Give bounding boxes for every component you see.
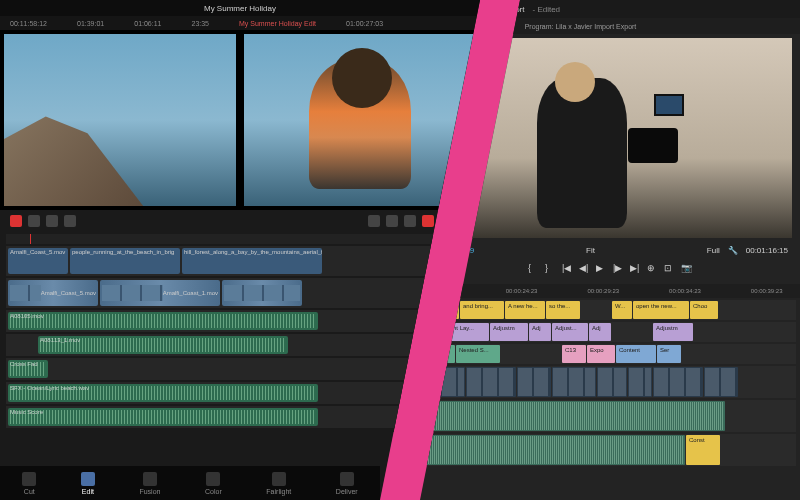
program-viewer[interactable] [244, 34, 476, 206]
video-clip[interactable]: people_running_at_the_beach_in_brig [70, 248, 180, 274]
video-clip[interactable] [653, 367, 703, 397]
page-tabs: Cut Edit Fusion Color Fairlight Deliver [0, 466, 380, 500]
audio-track-1: A08105.mov [6, 310, 474, 332]
link-icon[interactable] [28, 215, 40, 227]
audio-clip[interactable]: Const [686, 435, 720, 465]
audio-track-2: Const [424, 434, 796, 466]
audio-clip[interactable]: Music Score [8, 408, 318, 426]
snap-icon[interactable] [64, 215, 76, 227]
video-clip[interactable]: Amalfi_Coast_1.mov [100, 280, 220, 306]
video-clip[interactable] [466, 367, 516, 397]
caption-clip[interactable]: Choo [690, 301, 718, 319]
audio-clip[interactable]: SFX - Ocean/Lyric beach.wav [8, 384, 318, 402]
adjustment-clip[interactable]: Adj [589, 323, 611, 341]
step-fwd-icon[interactable]: |▶ [613, 263, 624, 274]
graphics-clip[interactable]: Content [616, 345, 656, 363]
video-clip[interactable]: hill_forest_along_a_bay_by_the_mountains… [182, 248, 322, 274]
record-timecode: 01:06:11 [134, 20, 161, 27]
fit-dropdown[interactable]: Fit [586, 246, 595, 255]
stop-icon[interactable] [404, 215, 416, 227]
video-track-1 [424, 366, 796, 398]
audio-clip[interactable]: A08113_1.mov [38, 336, 288, 354]
source-duration: 01:39:01 [77, 20, 104, 27]
video-clip[interactable]: Amalfi_Coast_5.mov [8, 280, 98, 306]
step-back-icon[interactable]: ◀| [579, 263, 590, 274]
scale-dropdown[interactable]: Full [707, 246, 720, 255]
audio-clip[interactable] [425, 401, 725, 431]
timecode-bar: 00:00:33:09 Fit Full 🔧 00:01:16:15 [420, 242, 800, 258]
play-icon[interactable]: ▶ [596, 263, 607, 274]
page-fairlight[interactable]: Fairlight [266, 472, 291, 495]
caption-track: s on ... and bring... A new he... so the… [424, 300, 796, 320]
graphics-clip[interactable]: Ser [657, 345, 681, 363]
camera-prop [628, 128, 678, 163]
edit-icon [81, 472, 95, 486]
export-frame-icon[interactable]: 📷 [681, 263, 692, 274]
viewer-info-bar: 00:11:58:12 01:39:01 01:06:11 23:35 My S… [0, 16, 480, 30]
mark-out-icon[interactable]: } [545, 263, 556, 274]
mark-in-icon[interactable]: { [528, 263, 539, 274]
caption-clip[interactable]: and bring... [460, 301, 504, 319]
go-to-out-icon[interactable]: ▶| [630, 263, 641, 274]
page-deliver[interactable]: Deliver [336, 472, 358, 495]
source-timecode: 00:11:58:12 [10, 20, 47, 27]
page-edit[interactable]: Edit [81, 472, 95, 495]
video-clip[interactable] [222, 280, 302, 306]
color-icon [206, 472, 220, 486]
program-timecode: 01:00:27:03 [346, 20, 383, 27]
edit-toolbar [0, 210, 480, 232]
page-color[interactable]: Color [205, 472, 222, 495]
video-clip[interactable] [597, 367, 627, 397]
video-track-2: Amalfi_Coast_5.mov people_running_at_the… [6, 246, 474, 276]
video-clip[interactable] [517, 367, 551, 397]
page-cut[interactable]: Cut [22, 472, 36, 495]
dual-viewer [0, 30, 480, 210]
audio-track-3: Cross Fad [6, 358, 474, 380]
graphics-clip[interactable]: Nested S... [456, 345, 500, 363]
insert-icon[interactable]: ⊕ [647, 263, 658, 274]
window-title: My Summer Holiday [0, 0, 480, 16]
page-fusion[interactable]: Fusion [139, 472, 160, 495]
timeline[interactable]: s on ... and bring... A new he... so the… [420, 298, 800, 470]
fusion-icon [143, 472, 157, 486]
time-ruler[interactable] [6, 234, 474, 244]
audio-clip[interactable]: A08105.mov [8, 312, 318, 330]
video-clip[interactable] [704, 367, 738, 397]
caption-clip[interactable]: so the... [546, 301, 580, 319]
lock-icon[interactable] [46, 215, 58, 227]
adjustment-track: Adjustment Lay... Adjustm Adj Adjust... … [424, 322, 796, 342]
playhead-icon[interactable] [10, 215, 22, 227]
fairlight-icon [272, 472, 286, 486]
transport-controls: { } |◀ ◀| ▶ |▶ ▶| ⊕ ⊡ 📷 [420, 258, 800, 278]
play-reverse-icon[interactable] [386, 215, 398, 227]
overwrite-icon[interactable]: ⊡ [664, 263, 675, 274]
time-ruler[interactable]: 00:00:19:2300:00:24:2300:00:29:2300:00:3… [420, 284, 800, 298]
caption-clip[interactable]: open the new... [633, 301, 689, 319]
caption-clip[interactable]: A new he... [505, 301, 545, 319]
go-to-in-icon[interactable]: |◀ [562, 263, 573, 274]
wrench-icon[interactable]: 🔧 [728, 246, 738, 255]
graphics-track: Edit Nested S... C13 Expo Content Ser [424, 344, 796, 364]
video-track-1: Amalfi_Coast_5.mov Amalfi_Coast_1.mov [6, 278, 474, 308]
graphics-clip[interactable]: Expo [587, 345, 615, 363]
source-viewer[interactable] [4, 34, 236, 206]
graphics-clip[interactable]: C13 [562, 345, 586, 363]
video-clip[interactable] [628, 367, 652, 397]
video-clip[interactable] [552, 367, 596, 397]
prev-edit-icon[interactable] [368, 215, 380, 227]
monitor-prop [654, 94, 684, 116]
duration-timecode: 00:01:16:15 [746, 246, 788, 255]
audio-clip[interactable] [425, 435, 685, 465]
project-label: My Summer Holiday Edit [239, 20, 316, 27]
cut-icon [22, 472, 36, 486]
audio-track-1 [424, 400, 796, 432]
adjustment-clip[interactable]: Adjust... [552, 323, 588, 341]
adjustment-clip[interactable]: Adjustm [490, 323, 528, 341]
adjustment-clip[interactable]: Adj [529, 323, 551, 341]
adjustment-clip[interactable]: Adjustm [653, 323, 693, 341]
caption-clip[interactable]: W... [612, 301, 632, 319]
play-icon[interactable] [422, 215, 434, 227]
program-tab[interactable]: Program: Lila x Javier Import Export [525, 23, 637, 30]
video-clip[interactable]: Amalfi_Coast_5.mov [8, 248, 68, 274]
audio-clip[interactable]: Cross Fad [8, 360, 48, 378]
